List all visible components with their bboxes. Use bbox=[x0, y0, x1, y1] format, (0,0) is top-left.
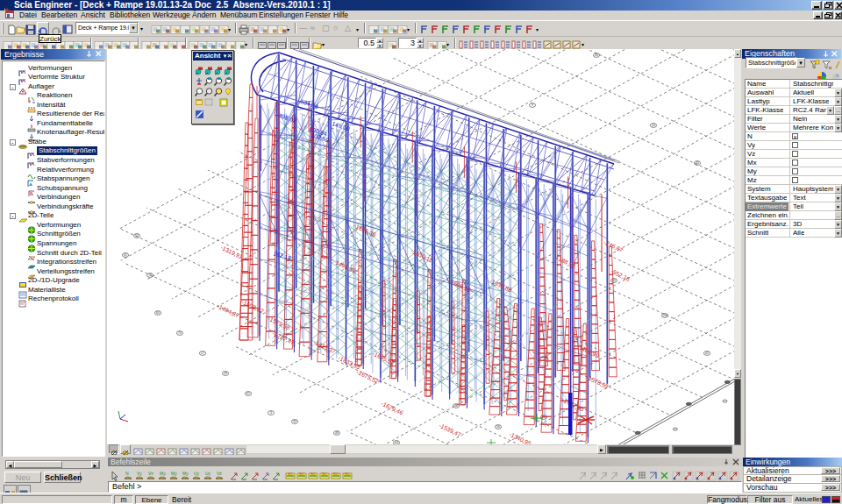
svg-text:40: 40 bbox=[595, 53, 598, 57]
svg-text:9: 9 bbox=[532, 103, 533, 107]
svg-text:SC: SC bbox=[345, 472, 350, 476]
svg-text:SC: SC bbox=[322, 472, 327, 476]
svg-text:N: N bbox=[125, 471, 129, 476]
svg-text:SC: SC bbox=[299, 472, 304, 476]
svg-text:15: 15 bbox=[652, 124, 655, 127]
svg-text:61: 61 bbox=[246, 392, 250, 395]
svg-text:56: 56 bbox=[496, 425, 500, 429]
svg-text:-246,67: -246,67 bbox=[603, 239, 624, 253]
svg-text:Uy: Uy bbox=[205, 471, 211, 476]
svg-text:My: My bbox=[171, 471, 177, 476]
svg-text:60: 60 bbox=[156, 311, 160, 315]
svg-text:Uy: Uy bbox=[194, 471, 200, 476]
svg-text:-1679,46: -1679,46 bbox=[381, 401, 404, 416]
svg-text:45: 45 bbox=[696, 161, 699, 165]
svg-text:-1579,58: -1579,58 bbox=[268, 316, 291, 331]
svg-text:SC: SC bbox=[310, 472, 316, 476]
svg-text:75: 75 bbox=[178, 331, 182, 335]
svg-text:SC: SC bbox=[288, 472, 293, 476]
svg-text:32: 32 bbox=[293, 420, 296, 423]
svg-text:My: My bbox=[182, 471, 189, 476]
svg-text:40: 40 bbox=[454, 404, 458, 408]
svg-text:Vz: Vz bbox=[217, 471, 222, 476]
svg-text:-1630,11: -1630,11 bbox=[410, 248, 434, 264]
svg-text:39: 39 bbox=[224, 372, 227, 375]
svg-text:3: 3 bbox=[270, 411, 272, 415]
svg-text:42: 42 bbox=[705, 351, 709, 355]
svg-text:17: 17 bbox=[201, 351, 204, 355]
svg-text:48: 48 bbox=[335, 431, 339, 435]
svg-text:SC: SC bbox=[333, 472, 339, 476]
svg-text:Vz: Vz bbox=[148, 471, 153, 476]
svg-text:41: 41 bbox=[124, 253, 127, 257]
svg-text:Vy: Vy bbox=[137, 471, 142, 476]
svg-text:-1494,87: -1494,87 bbox=[217, 303, 240, 319]
svg-text:-1539,47: -1539,47 bbox=[439, 422, 462, 438]
svg-text:-1675,52: -1675,52 bbox=[356, 369, 380, 385]
svg-text:-1578,53: -1578,53 bbox=[586, 374, 610, 390]
svg-text:52: 52 bbox=[135, 234, 139, 238]
svg-text:My: My bbox=[160, 471, 166, 476]
svg-text:77: 77 bbox=[148, 273, 152, 277]
svg-text:26: 26 bbox=[663, 314, 667, 317]
